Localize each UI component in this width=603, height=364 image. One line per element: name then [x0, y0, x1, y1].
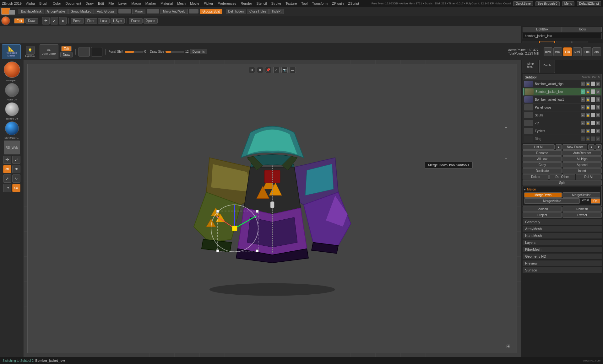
menu-brush[interactable]: Brush [39, 2, 48, 5]
auto-groups-slider[interactable] [118, 9, 131, 13]
menu-macro[interactable]: Macro [131, 2, 141, 5]
persp-button[interactable]: Persp [71, 18, 84, 24]
divide-button[interactable]: Divd [573, 47, 582, 56]
subtool-color-panel[interactable] [591, 105, 595, 110]
subtool-chain-ring[interactable]: ⛓ [596, 136, 600, 141]
draw-button[interactable]: Draw [25, 18, 38, 24]
fiber-mesh-header[interactable]: FiberMesh [523, 247, 602, 252]
geometry-hd-header[interactable]: Geometry HD [523, 254, 602, 259]
render-button[interactable]: Rnd [553, 47, 562, 56]
camera-icon-top[interactable]: 📷 [281, 67, 288, 73]
menu-stencil[interactable]: Stencil [256, 2, 267, 5]
rotate-tool[interactable]: ↻ [12, 174, 20, 183]
insert-button[interactable]: Insert [562, 168, 602, 174]
subtool-header[interactable]: Subtool Visible: Cnt: 8 [523, 74, 601, 80]
scale-tool[interactable]: ⤢ [3, 174, 11, 183]
menu-render[interactable]: Render [241, 2, 252, 5]
group-masked-button[interactable]: Group Masked [68, 9, 94, 14]
subtool-item-ring[interactable]: Ring ○ 🔒 ⛓ [523, 135, 601, 143]
subtool-chain-high[interactable]: ⛓ [596, 82, 600, 86]
hide-pt-button[interactable]: HidePt [269, 9, 284, 14]
quick-sketch-button[interactable]: ✏ Quick Sketch [40, 44, 58, 59]
menu-movie[interactable]: Movie [190, 2, 199, 5]
solo-tool[interactable]: Sol [12, 184, 20, 192]
dash-icon-top[interactable]: — [290, 67, 296, 73]
nano-mesh-header[interactable]: NanoMesh [523, 233, 602, 238]
subtool-color-zip[interactable] [591, 121, 595, 125]
menu-mesh[interactable]: Mesh [177, 2, 186, 5]
menu-preferences[interactable]: Preferences [218, 2, 236, 5]
brush-icon[interactable] [1, 16, 10, 25]
see-through-button[interactable]: See through 0 [535, 1, 560, 6]
menu-layer[interactable]: Layer [118, 2, 127, 5]
menu-material[interactable]: Material [160, 2, 173, 5]
color-secondary[interactable] [9, 10, 15, 15]
mirror-weld-button[interactable]: Mirror And Weld [160, 9, 188, 14]
subtool-color-high[interactable] [591, 82, 595, 86]
menu-file[interactable]: File [108, 2, 114, 5]
subtool-lock-low[interactable]: 🔒 [586, 89, 590, 94]
subtool-lock-low1[interactable]: 🔒 [586, 97, 590, 102]
lightbox-button[interactable]: 💡 LightBox [23, 46, 38, 57]
delete-button[interactable]: Delete [523, 174, 549, 179]
subtool-color-low1[interactable] [591, 97, 595, 102]
boolean-button[interactable]: Boolean [523, 206, 562, 212]
edit-button[interactable]: Edit [14, 18, 24, 24]
del-other-button[interactable]: Del Other [549, 174, 575, 179]
all-low-button[interactable]: All Low [523, 156, 562, 162]
subtool-item-low1[interactable]: Bomber_jacket_low1 ● 🔒 ⛓ [523, 96, 601, 104]
subtool-lock-eyelets[interactable]: 🔒 [586, 129, 590, 133]
brush-sphere[interactable] [4, 62, 20, 78]
subtool-color-sculls[interactable] [591, 113, 595, 117]
color-swatch2[interactable] [91, 47, 102, 56]
menu-edit[interactable]: Edit [98, 2, 104, 5]
subtool-lock-sculls[interactable]: 🔒 [586, 113, 590, 117]
subtool-eye-high[interactable]: ● [581, 82, 585, 86]
viewport[interactable]: ⚙ ✕ 📌 ⌂ 📷 — [27, 64, 517, 353]
subtool-item-zip[interactable]: Zip ● 🔒 ⛓ [523, 119, 601, 127]
subtool-eye-ring[interactable]: ○ [581, 136, 585, 141]
group-visible-button[interactable]: GroupVisible [45, 9, 68, 14]
split-button[interactable]: Split [523, 180, 602, 185]
projection-master-button[interactable]: 📐 Projection Master [2, 44, 21, 59]
menu-color[interactable]: Color [53, 2, 61, 5]
bpr-button[interactable]: BPR [544, 47, 552, 56]
3d-tool[interactable]: 3D [3, 165, 11, 173]
copy-button[interactable]: Copy [523, 162, 562, 168]
subtool-lock-zip[interactable]: 🔒 [586, 121, 590, 125]
rename-button[interactable]: Rename [523, 150, 562, 156]
subtool-color-ring[interactable] [591, 136, 595, 141]
menu-texture[interactable]: Texture [285, 2, 297, 5]
menu-stroke[interactable]: Stroke [271, 2, 281, 5]
flatten-button[interactable]: Flat [563, 47, 572, 56]
loca-button[interactable]: Loca [98, 18, 110, 24]
transp-tool[interactable]: Tra [3, 184, 11, 192]
gear-icon-top[interactable]: ⚙ [249, 67, 255, 73]
subtool-chain-low1[interactable]: ⛓ [596, 97, 600, 102]
close-holes-button[interactable]: Close Holes [247, 9, 269, 14]
geometry-header[interactable]: Geometry [523, 219, 602, 225]
project-button[interactable]: Project [523, 212, 562, 218]
quick-save-button[interactable]: QuickSave [513, 1, 533, 6]
surface-header[interactable]: Surface [523, 267, 602, 273]
subtool-eye-low1[interactable]: ● [581, 97, 585, 102]
frame-button[interactable]: Frame [129, 18, 143, 24]
new-folder-arrow-up[interactable]: ▲ [588, 144, 595, 150]
menu-marker[interactable]: Marker [145, 2, 156, 5]
floor-button[interactable]: Floor [85, 18, 97, 24]
2d-tool[interactable]: 2D [12, 165, 20, 173]
merge-visible-button[interactable]: MergeVisible [524, 198, 580, 204]
color-swatch1[interactable] [79, 47, 90, 56]
close-icon-top[interactable]: ✕ [257, 67, 263, 73]
frame-btn[interactable]: Frm [583, 47, 591, 56]
merge-similar-button[interactable]: MergeSimilar [562, 192, 600, 198]
remesh-button[interactable]: Remesh [562, 206, 602, 212]
rotate-icon[interactable]: ↻ [59, 17, 67, 24]
scale-icon[interactable]: ⤢ [51, 17, 58, 24]
menu-alpha[interactable]: Alpha [26, 2, 35, 5]
pin-icon-top[interactable]: 📌 [265, 67, 271, 73]
subtool-item-high[interactable]: Bomber_jacket_high ● 🔒 ⛓ [523, 80, 601, 88]
brush-tool[interactable]: 🖌 [12, 156, 20, 164]
subtool-chain-eyelets[interactable]: ⛓ [596, 129, 600, 133]
mirror-button[interactable]: Mirror [132, 9, 145, 14]
